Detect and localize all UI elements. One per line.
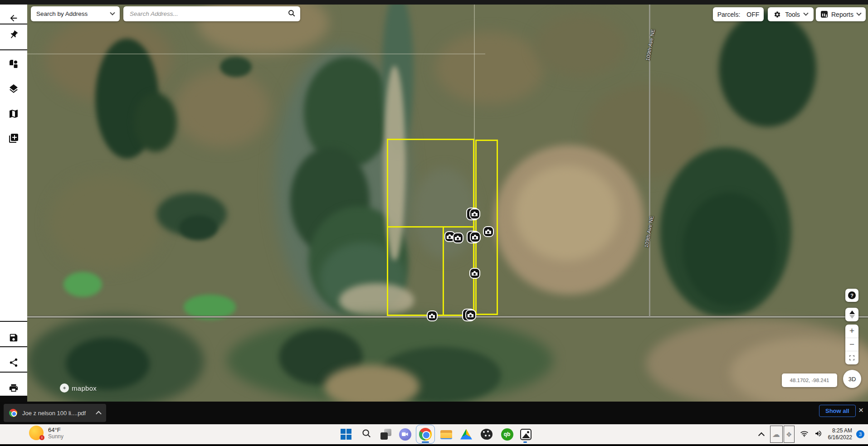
taskbar-clock[interactable]: 8:25 AM 6/16/2022	[828, 427, 852, 441]
file-explorer-button[interactable]	[439, 427, 453, 441]
help-icon: ?	[848, 291, 856, 299]
close-download-bar-icon[interactable]: ×	[858, 406, 863, 414]
taskbar-search-button[interactable]	[360, 427, 373, 441]
camera-icon	[469, 208, 480, 219]
sidebar-divider	[0, 346, 27, 347]
wifi-icon	[800, 430, 809, 439]
map-canvas[interactable]: 109th Ave NE 109th Ave NE ✶ mapbox	[27, 5, 868, 402]
sunny-weather-icon	[29, 426, 44, 440]
search-input[interactable]	[130, 10, 288, 17]
sidebar	[0, 5, 27, 396]
sidebar-divider	[0, 321, 27, 322]
sidebar-divider	[0, 24, 27, 24]
download-item[interactable]: Joe z nelson 100 li....pdf	[4, 404, 106, 422]
google-drive-button[interactable]	[459, 427, 473, 441]
mapbox-attribution[interactable]: ✶ mapbox	[60, 383, 97, 393]
photos-app-button[interactable]	[519, 427, 532, 441]
parcels-state: OFF	[746, 11, 759, 18]
marsh-bottom-left	[66, 338, 150, 390]
start-button[interactable]	[339, 427, 353, 441]
dropbox-tray-button[interactable]: ❖	[784, 426, 795, 443]
search-mode-label: Search by Address	[36, 10, 88, 17]
triangle-up-icon	[849, 310, 855, 314]
chat-button[interactable]	[398, 427, 412, 441]
pond	[220, 57, 252, 77]
gear-icon	[774, 11, 781, 18]
camera-marker[interactable]	[453, 233, 463, 243]
bright-wetland	[63, 272, 102, 297]
task-view-icon	[380, 429, 391, 440]
camera-marker[interactable]	[469, 208, 480, 219]
paint-app-button[interactable]	[480, 427, 493, 441]
reports-label: Reports	[831, 11, 853, 18]
lake-upper-left	[134, 93, 177, 152]
camera-icon	[453, 233, 463, 243]
tray-overflow-chevron[interactable]	[758, 432, 765, 439]
camera-marker[interactable]	[465, 310, 476, 320]
camera-marker[interactable]	[483, 226, 494, 237]
mode-3d-button[interactable]: 3D	[843, 370, 861, 388]
volume-button[interactable]	[814, 430, 823, 439]
pin-button[interactable]	[0, 26, 27, 46]
chevron-up-icon[interactable]	[96, 411, 102, 417]
share-button[interactable]	[0, 354, 27, 373]
share-icon	[9, 358, 19, 369]
help-button[interactable]: ?	[845, 289, 858, 302]
reports-button[interactable]: Reports	[816, 7, 866, 21]
notification-badge[interactable]: 3	[856, 430, 864, 438]
clock-date: 6/16/2022	[828, 434, 852, 441]
weather-widget[interactable]: 64°F Sunny	[29, 426, 63, 440]
layers-button[interactable]	[0, 80, 27, 100]
add-to-map-icon	[8, 133, 19, 145]
terrain-patch	[175, 70, 270, 147]
layers-icon	[8, 83, 19, 96]
save-button[interactable]	[0, 329, 27, 349]
fullscreen-button[interactable]	[845, 351, 858, 364]
weather-condition: Sunny	[48, 433, 63, 440]
camera-icon	[469, 268, 480, 279]
cloud-icon: ☁	[772, 431, 780, 438]
search-icon[interactable]	[288, 9, 296, 19]
sidebar-divider	[0, 49, 27, 50]
search-icon	[361, 428, 371, 440]
task-view-button[interactable]	[379, 427, 393, 441]
sidebar-divider	[0, 372, 27, 373]
running-indicator	[422, 441, 429, 443]
road-label: 109th Ave NE	[643, 211, 655, 252]
add-data-button[interactable]	[0, 129, 27, 149]
field-bare	[515, 165, 619, 261]
camera-marker[interactable]	[470, 232, 481, 242]
search-mode-dropdown[interactable]: Search by Address	[31, 6, 120, 21]
mapbox-logo-icon: ✶	[60, 383, 69, 393]
profiles-button[interactable]	[0, 55, 27, 75]
save-icon	[9, 333, 19, 344]
bearing-control[interactable]	[845, 308, 858, 321]
zoom-in-button[interactable]: +	[845, 325, 858, 338]
parcels-toggle-button[interactable]: Parcels: OFF	[713, 7, 764, 21]
parcel-divider	[387, 226, 474, 228]
camera-marker[interactable]	[469, 268, 480, 279]
road-east-west	[27, 316, 868, 318]
clock-time: 8:25 AM	[828, 427, 852, 434]
speaker-icon	[814, 430, 823, 439]
zoom-control: + −	[845, 325, 858, 364]
show-all-downloads-button[interactable]: Show all	[819, 405, 856, 417]
quickbooks-button[interactable]: qb	[500, 427, 514, 441]
window-top-strip	[0, 0, 868, 5]
lake-top-right	[719, 11, 816, 127]
camera-icon	[483, 226, 494, 237]
coordinates-readout: 48.1702, -98.241	[782, 373, 837, 387]
zoom-out-button[interactable]: −	[845, 338, 858, 351]
terrain-patch	[50, 175, 163, 270]
basemap-button[interactable]	[0, 105, 27, 125]
wifi-button[interactable]	[800, 430, 809, 439]
tools-button[interactable]: Tools	[768, 7, 814, 21]
chrome-taskbar-button[interactable]	[419, 427, 432, 441]
onedrive-tray-button[interactable]: ☁	[770, 426, 783, 443]
camera-marker[interactable]	[427, 310, 438, 321]
search-bar	[123, 6, 300, 21]
camera-icon	[465, 310, 476, 320]
parcels-label: Parcels:	[717, 11, 741, 18]
palette-icon	[481, 429, 493, 440]
taskbar: 64°F Sunny qb ☁ ❖ 8:25 AM 6/16/2022 3	[0, 424, 868, 444]
